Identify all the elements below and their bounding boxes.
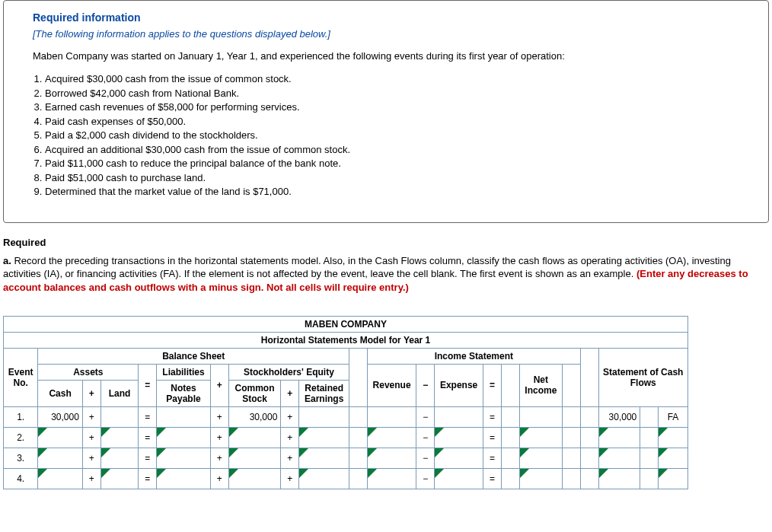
scf-type-cell[interactable]: FA [659,406,688,427]
scf-header: Statement of Cash Flows [598,348,687,406]
scf-amount-cell[interactable] [598,468,640,489]
required-section: Required a. Record the preceding transac… [3,237,769,295]
event-item: Paid a $2,000 cash dividend to the stock… [45,129,761,142]
common-cell[interactable]: 30,000 [228,406,281,427]
expense-cell[interactable] [435,468,483,489]
event-item: Paid cash expenses of $50,000. [45,115,761,129]
notes-cell[interactable] [157,406,211,427]
scf-type-cell[interactable] [659,427,688,448]
retained-earnings-header: Retained Earnings [299,380,349,406]
liabilities-header: Liabilities [157,364,211,380]
event-item: Determined that the market value of the … [45,185,761,199]
cash-cell[interactable] [38,448,83,468]
income-statement-header: Income Statement [367,348,580,364]
retained-cell[interactable] [299,468,349,489]
info-box: Required information [The following info… [3,0,769,223]
table-row: 3. + = + + − = [4,448,688,468]
table-row: 2. + = + + − = [4,427,688,448]
expense-cell[interactable] [435,427,483,448]
revenue-cell[interactable] [367,448,416,468]
event-item: Paid $51,000 cash to purchase land. [45,171,761,185]
notes-cell[interactable] [157,468,211,489]
plus-op: + [281,380,299,406]
event-item: Acquired $30,000 cash from the issue of … [45,72,761,86]
scf-type-cell[interactable] [659,448,688,468]
plus-op: + [210,364,228,406]
table-subtitle: Horizontal Statements Model for Year 1 [4,332,688,348]
events-list: Acquired $30,000 cash from the issue of … [33,72,761,199]
retained-cell[interactable] [299,406,349,427]
balance-sheet-header: Balance Sheet [38,348,349,364]
scf-amount-cell[interactable] [598,427,640,448]
retained-cell[interactable] [299,448,349,468]
minus-op: − [416,364,435,406]
cash-cell[interactable] [38,468,83,489]
info-subtitle: [The following information applies to th… [33,28,761,40]
intro-text: Maben Company was started on January 1, … [33,50,761,62]
event-no: 1. [4,406,38,427]
cash-cell[interactable]: 30,000 [38,406,83,427]
revenue-cell[interactable] [367,468,416,489]
required-text: Record the preceding transactions in the… [3,255,731,280]
notes-cell[interactable] [157,448,211,468]
expense-header: Expense [435,364,483,406]
expense-cell[interactable] [435,406,483,427]
cash-header: Cash [38,380,83,406]
event-item: Borrowed $42,000 cash from National Bank… [45,87,761,100]
plus-op: + [82,380,100,406]
event-no: 3. [4,448,38,468]
event-item: Paid $11,000 cash to reduce the principa… [45,157,761,170]
common-cell[interactable] [228,448,281,468]
table-title: MABEN COMPANY [4,316,688,332]
notes-cell[interactable] [157,427,211,448]
event-item: Acquired an additional $30,000 cash from… [45,143,761,157]
required-heading: Required [3,237,769,248]
revenue-cell[interactable] [367,427,416,448]
expense-cell[interactable] [435,448,483,468]
equity-header: Stockholders' Equity [228,364,349,380]
table-row: 4. + = + + − = [4,468,688,489]
land-header: Land [100,380,139,406]
land-cell[interactable] [100,406,139,427]
common-cell[interactable] [228,427,281,448]
table-row: 1. 30,000 + = + 30,000 + − = 30,000 FA [4,406,688,427]
net-income-header: Net Income [519,364,562,406]
revenue-header: Revenue [367,364,416,406]
common-cell[interactable] [228,468,281,489]
net-income-cell[interactable] [519,468,562,489]
scf-amount-cell[interactable] [598,448,640,468]
scf-amount-cell[interactable]: 30,000 [598,406,640,427]
land-cell[interactable] [100,448,139,468]
retained-cell[interactable] [299,427,349,448]
land-cell[interactable] [100,468,139,489]
event-no: 2. [4,427,38,448]
equals-op: = [483,364,502,406]
land-cell[interactable] [100,427,139,448]
cash-cell[interactable] [38,427,83,448]
event-no-header: Event No. [4,348,38,406]
scf-type-cell[interactable] [659,468,688,489]
event-item: Earned cash revenues of $58,000 for perf… [45,100,761,114]
notes-payable-header: Notes Payable [157,380,211,406]
assets-header: Assets [38,364,139,380]
required-body: a. Record the preceding transactions in … [3,254,769,295]
required-label: a. [3,255,11,266]
revenue-cell[interactable] [367,406,416,427]
net-income-cell[interactable] [519,406,562,427]
common-stock-header: Common Stock [228,380,281,406]
statements-model-table: MABEN COMPANY Horizontal Statements Mode… [3,316,688,489]
net-income-cell[interactable] [519,448,562,468]
info-title: Required information [33,11,761,24]
net-income-cell[interactable] [519,427,562,448]
equals-op: = [139,364,157,406]
event-no: 4. [4,468,38,489]
